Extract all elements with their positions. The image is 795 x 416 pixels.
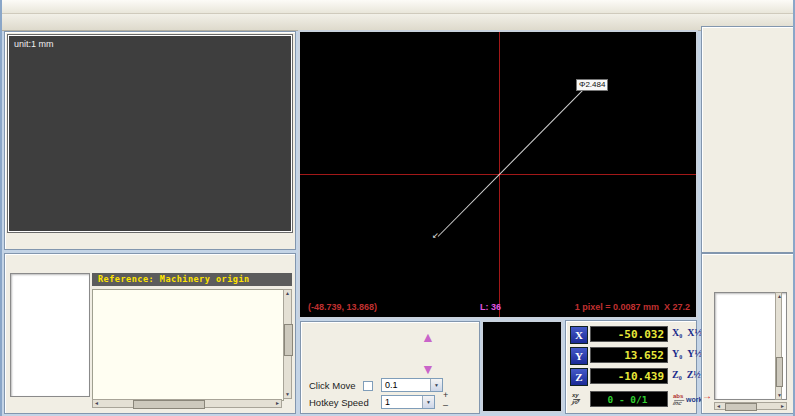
scroll-thumb[interactable] xyxy=(133,400,205,409)
scroll-right-icon[interactable]: ► xyxy=(274,400,281,407)
unit-label: unit:1 mm xyxy=(14,39,54,49)
measure-table-wrap: Reference: Machinery origin ▲ ▼ ◄ ► xyxy=(92,273,292,409)
scroll-thumb[interactable] xyxy=(725,403,757,411)
step-counter-display: 0 - 0/1 xyxy=(590,391,668,407)
scroll-right-icon[interactable]: ► xyxy=(779,403,786,410)
z-down-button[interactable]: ▼ xyxy=(421,362,435,376)
scroll-down-icon[interactable]: ▼ xyxy=(284,391,291,398)
speed-decrease-button[interactable]: – xyxy=(443,402,448,408)
feature-list[interactable] xyxy=(10,273,90,397)
z-position-display: -10.439 xyxy=(590,368,668,384)
z-zero-button[interactable]: Z₀ xyxy=(672,369,682,380)
hotkey-speed-select[interactable]: 1 ▼ xyxy=(381,395,435,409)
table-horizontal-scrollbar[interactable]: ◄ ► xyxy=(92,399,282,408)
motion-control-panel: ▲ ▼ Click Move 0.1 ▼ Hotkey Speed 1 ▼ + … xyxy=(300,321,480,414)
draw-panel: unit:1 mm xyxy=(4,31,296,250)
click-move-label: Click Move xyxy=(309,380,355,391)
chevron-down-icon[interactable]: ▼ xyxy=(422,396,434,408)
program-steps-panel: ▲ ▼ ◄ ► → xyxy=(701,253,795,414)
main-toolbar xyxy=(2,14,795,31)
y-half-button[interactable]: Y½ xyxy=(687,348,702,359)
y-position-display: 13.652 xyxy=(590,347,668,363)
y-zero-button[interactable]: Y₀ xyxy=(672,348,682,359)
click-move-select[interactable]: 0.1 ▼ xyxy=(381,378,443,392)
menu-bar xyxy=(2,0,795,14)
scroll-down-icon[interactable]: ▼ xyxy=(776,392,783,399)
scroll-up-icon[interactable]: ▲ xyxy=(284,290,291,297)
scroll-thumb[interactable] xyxy=(284,324,293,356)
axis-x-label: X xyxy=(570,326,588,344)
z-half-button[interactable]: Z½ xyxy=(687,369,701,380)
chevron-down-icon[interactable]: ▼ xyxy=(430,379,442,391)
app-window: unit:1 mm Reference: Machinery origin ▲ … xyxy=(0,0,795,416)
diameter-value-label: Φ2.484 xyxy=(576,79,608,91)
axis-ratio-icon[interactable]: xyy0 xyxy=(572,393,579,405)
draw-canvas[interactable]: unit:1 mm xyxy=(8,35,292,232)
stage-coordinates-label: (-48.739, 13.868) xyxy=(308,302,377,312)
reference-header: Reference: Machinery origin xyxy=(92,273,292,286)
measure-line-arrow-icon: ↙ xyxy=(432,231,439,240)
x-half-button[interactable]: X½ xyxy=(687,327,702,338)
hotkey-speed-label: Hotkey Speed xyxy=(309,397,369,408)
camera-view-panel: ↙ Φ2.484 (-48.739, 13.868) L: 36 1 pixel… xyxy=(298,30,698,319)
scroll-up-icon[interactable]: ▲ xyxy=(776,293,783,300)
steps-vertical-scrollbar[interactable]: ▲ ▼ xyxy=(775,292,782,400)
table-vertical-scrollbar[interactable]: ▲ ▼ xyxy=(283,289,292,399)
z-up-button[interactable]: ▲ xyxy=(421,330,435,344)
work-coordinate-toggle[interactable]: work xyxy=(686,397,702,403)
speed-increase-button[interactable]: + xyxy=(443,392,448,398)
scroll-left-icon[interactable]: ◄ xyxy=(93,400,100,407)
abs-inc-toggle[interactable]: absinc xyxy=(673,394,683,406)
x-position-display: -50.032 xyxy=(590,326,668,342)
pixel-scale-label: 1 pixel = 0.0087 mm X 27.2 xyxy=(575,302,690,312)
axis-y-label: Y xyxy=(570,347,588,365)
steps-horizontal-scrollbar[interactable]: ◄ ► xyxy=(714,402,787,410)
dro-readout-panel: X -50.032 X₀X½ Y 13.652 Y₀Y½ Z -10.439 Z… xyxy=(565,320,697,414)
scroll-left-icon[interactable]: ◄ xyxy=(715,403,722,410)
x-zero-button[interactable]: X₀ xyxy=(672,327,682,338)
pixel-magnifier-panel xyxy=(481,320,563,413)
scroll-thumb[interactable] xyxy=(776,357,783,387)
axis-z-label: Z xyxy=(570,368,588,386)
length-label: L: 36 xyxy=(480,302,501,312)
geometry-tool-palette xyxy=(701,26,795,253)
results-panel: Reference: Machinery origin ▲ ▼ ◄ ► xyxy=(4,253,296,414)
click-move-checkbox[interactable] xyxy=(363,381,373,391)
magnifier-image[interactable] xyxy=(483,322,561,411)
current-step-arrow-icon: → xyxy=(702,390,712,401)
